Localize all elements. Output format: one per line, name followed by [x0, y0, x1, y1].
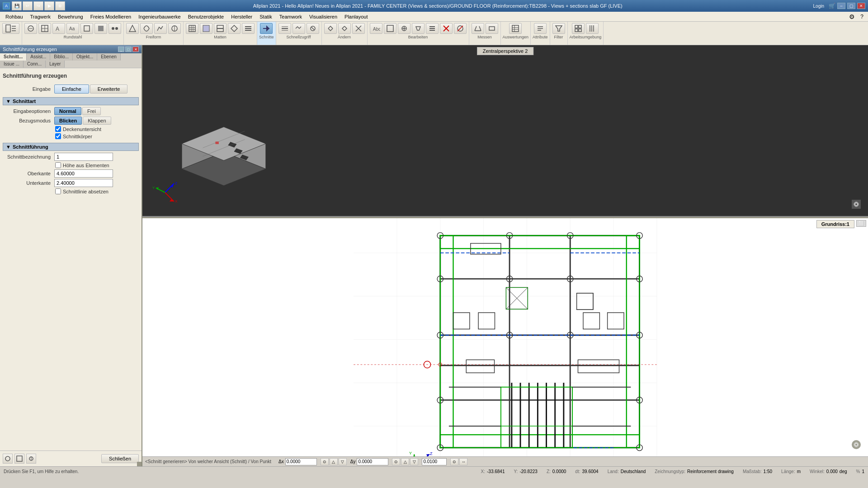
tb-be-1[interactable]: Abc	[370, 23, 382, 34]
tb-me-1[interactable]	[472, 23, 484, 34]
dy-input[interactable]	[357, 458, 388, 465]
coord-icon-6[interactable]: ▽	[410, 458, 418, 465]
deckenuntersicht-cb[interactable]	[55, 126, 61, 132]
menu-statik[interactable]: Statik	[256, 13, 276, 20]
tb-sz-1[interactable]	[278, 23, 291, 34]
tab-erweiterte[interactable]: Erweiterte	[90, 84, 128, 94]
schnittart-header[interactable]: ▼ Schnittart	[3, 97, 139, 105]
viewport-2d[interactable]: Grundriss:1 ⬜	[142, 218, 868, 456]
tb-be-7[interactable]	[454, 23, 467, 34]
tab-conn[interactable]: Conn...	[24, 61, 46, 68]
coord-icon-7[interactable]: ⊙	[450, 458, 458, 465]
menu-benutzer[interactable]: Benutzerobjekte	[184, 13, 228, 20]
tb-mat-3[interactable]	[214, 23, 226, 34]
bottom-icon-3[interactable]	[26, 454, 36, 464]
bottom-icon-1[interactable]	[3, 454, 13, 464]
coord-icon-4[interactable]: ⊙	[392, 458, 400, 465]
tab-layer[interactable]: Layer	[46, 61, 65, 68]
tb-fi-1[interactable]	[552, 23, 565, 34]
tb-ff-1[interactable]	[126, 23, 139, 34]
qa-btn-4[interactable]: ▶	[44, 1, 54, 10]
settings-icon[interactable]: ⚙	[846, 13, 858, 20]
schnittbezeichnung-input[interactable]	[54, 153, 113, 161]
schnittfuehrung-header[interactable]: ▼ Schnittführung	[3, 143, 139, 151]
schnittlinie-cb[interactable]	[55, 188, 61, 194]
tb-rs-3[interactable]: A	[52, 23, 65, 34]
tb-mat-1[interactable]	[186, 23, 198, 34]
qa-btn-1[interactable]: 💾	[12, 1, 22, 10]
menu-tragwerk[interactable]: Tragwerk	[27, 13, 54, 20]
tb-mat-5[interactable]	[242, 23, 255, 34]
menu-teamwork[interactable]: Teamwork	[276, 13, 306, 20]
panel-close-btn[interactable]: ✕	[132, 47, 139, 52]
coord-icon-1[interactable]: ⊙	[321, 458, 329, 465]
menu-hersteller[interactable]: Hersteller	[227, 13, 256, 20]
tb-at-1[interactable]	[534, 23, 547, 34]
coord-icon-8[interactable]: ↔	[459, 458, 467, 465]
tb-ff-2[interactable]	[140, 23, 153, 34]
tab-biblio[interactable]: Biblio...	[50, 53, 73, 61]
tb-me-2[interactable]	[486, 23, 498, 34]
option-frei[interactable]: Frei	[82, 107, 101, 115]
bottom-icon-2[interactable]	[14, 454, 24, 464]
help-icon[interactable]: ?	[858, 14, 866, 20]
menu-planlayout[interactable]: Planlayout	[341, 13, 371, 20]
option-klappen[interactable]: Klappen	[83, 117, 111, 125]
tb-rs-5[interactable]	[80, 23, 93, 34]
maximize-btn[interactable]: ▢	[847, 3, 855, 9]
tb-rs-7[interactable]	[108, 23, 121, 34]
tb-an-1[interactable]	[324, 23, 337, 34]
schliessen-button[interactable]: Schließen	[101, 454, 139, 463]
tb-be-5[interactable]	[426, 23, 439, 34]
tb-panel-btn[interactable]	[2, 23, 19, 34]
tb-ff-3[interactable]	[154, 23, 167, 34]
menu-rohbau[interactable]: Rohbau	[2, 13, 27, 20]
tb-ff-4[interactable]	[168, 23, 181, 34]
tab-schnitt[interactable]: Schnitt...	[0, 53, 27, 61]
tb-sz-2[interactable]	[292, 23, 305, 34]
viewport-settings-2d[interactable]	[852, 440, 861, 449]
tab-objekt[interactable]: Objekt...	[73, 53, 97, 61]
close-btn[interactable]: ✕	[857, 3, 865, 9]
menu-visualisieren[interactable]: Visualisieren	[306, 13, 341, 20]
tb-ar-1[interactable]	[572, 23, 585, 34]
option-normal[interactable]: Normal	[54, 107, 81, 115]
tb-an-2[interactable]	[338, 23, 351, 34]
tb-be-4[interactable]	[412, 23, 425, 34]
tb-sch-1[interactable]	[260, 23, 273, 34]
tb-rs-1[interactable]	[24, 23, 37, 34]
cart-icon[interactable]: 🛒	[829, 3, 835, 9]
tab-einfache[interactable]: Einfache	[54, 84, 89, 94]
tb-be-2[interactable]	[384, 23, 396, 34]
menu-bewehrung[interactable]: Bewehrung	[54, 13, 87, 20]
unterkante-input[interactable]	[54, 179, 113, 187]
tb-an-3[interactable]	[352, 23, 365, 34]
panel-min-btn[interactable]: _	[118, 47, 124, 52]
tb-rs-2[interactable]	[38, 23, 51, 34]
option-blicken[interactable]: Blicken	[54, 117, 82, 125]
tb-sz-3[interactable]	[307, 23, 319, 34]
oberkante-input[interactable]	[54, 169, 113, 178]
dx-input[interactable]	[285, 458, 317, 465]
qa-btn-2[interactable]: ↩	[23, 1, 33, 10]
tb-au-1[interactable]	[509, 23, 522, 34]
tb-mat-4[interactable]	[228, 23, 241, 34]
hoehe-cb[interactable]	[55, 162, 61, 168]
schnittkoerper-cb[interactable]	[55, 133, 61, 139]
qa-btn-5[interactable]: ⊕	[55, 1, 65, 10]
coord-icon-3[interactable]: ▽	[339, 458, 347, 465]
tab-issue[interactable]: Issue ...	[0, 61, 24, 68]
resize-handle[interactable]	[137, 462, 142, 466]
viewport-3d[interactable]: Zentralperspektive 2	[142, 45, 868, 217]
minimize-btn[interactable]: –	[837, 3, 845, 9]
tb-ar-2[interactable]	[586, 23, 599, 34]
login-btn[interactable]: Login	[811, 4, 827, 9]
tb-be-3[interactable]	[398, 23, 410, 34]
tb-rs-6[interactable]	[94, 23, 107, 34]
tab-assist[interactable]: Assist...	[27, 53, 50, 61]
menu-freies[interactable]: Freies Modellieren	[87, 13, 135, 20]
qa-btn-3[interactable]: ↪	[33, 1, 43, 10]
panel-max-btn[interactable]: □	[125, 47, 132, 52]
tb-be-6[interactable]	[440, 23, 453, 34]
coord-icon-5[interactable]: △	[401, 458, 409, 465]
